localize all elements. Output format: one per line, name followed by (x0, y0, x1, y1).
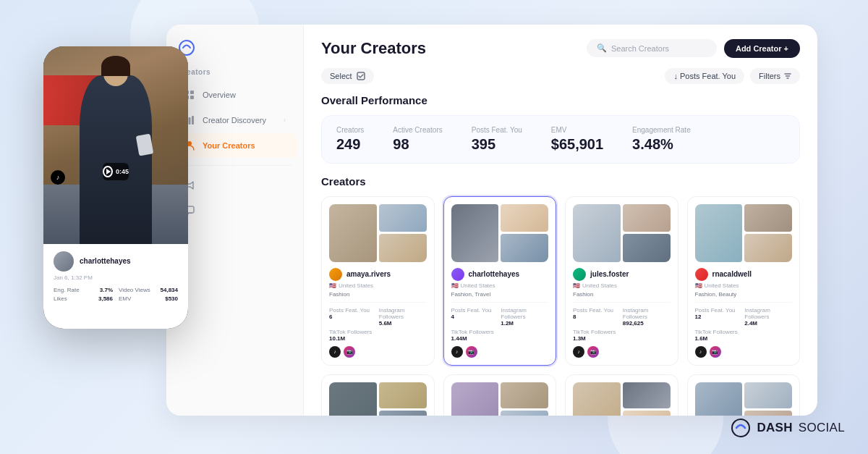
sidebar-your-creators-label: Your Creators (203, 141, 255, 150)
creator-tags-4: Fashion, Beauty (695, 291, 793, 298)
phone-play-button[interactable]: 0:45 (103, 163, 129, 180)
creator-avatar-3 (573, 268, 586, 281)
photo-cell-2a (451, 204, 499, 262)
creator-tags-2: Fashion, Travel (451, 291, 549, 298)
creator-stats-3: Posts Feat. You 8 Instagram Followers 89… (573, 302, 671, 342)
header-actions: 🔍 Search Creators Add Creator + (587, 39, 800, 58)
sidebar-item-creator-discovery[interactable]: Creator Discovery › (172, 108, 297, 133)
play-triangle-icon (106, 169, 111, 175)
photo-cell-3b (623, 204, 671, 232)
perf-posts-feat-value: 395 (472, 136, 522, 153)
bottom-collage-4 (695, 382, 793, 416)
photo-cell-2c (501, 234, 548, 262)
creator-avatar-1 (329, 268, 342, 281)
perf-emv: EMV $65,901 (551, 126, 603, 153)
creator-card-bottom-3[interactable] (565, 374, 678, 416)
tiktok-social-badge-3: ♪ (573, 346, 584, 358)
phone-username: charlottehayes (80, 257, 131, 265)
creator-card-amaya-rivers[interactable]: amaya.rivers 🇺🇸 United States Fashion Po… (321, 196, 435, 366)
perf-creators-label: Creators (336, 126, 364, 134)
bottom-collage-2 (451, 382, 549, 416)
sidebar-item-your-creators[interactable]: Your Creators (172, 133, 297, 158)
creator-avatar-4 (695, 268, 708, 281)
creator-avatar-2 (451, 268, 464, 281)
select-button[interactable]: Select (321, 68, 374, 84)
creator-tags-1: Fashion (329, 291, 427, 298)
eng-rate-value: 3.7% (100, 287, 113, 293)
creator-name-3: jules.foster (590, 270, 629, 278)
emv-value: $530 (165, 295, 178, 302)
flag-icon-3: 🇺🇸 (573, 282, 580, 289)
toolbar-right: ↓ Posts Feat. You Filters (665, 68, 800, 84)
perf-active-creators-value: 98 (393, 136, 442, 153)
play-circle-icon (103, 166, 113, 177)
creator-name-1: amaya.rivers (346, 270, 391, 278)
instagram-social-badge-4: 📷 (710, 346, 721, 358)
svg-rect-3 (190, 91, 194, 94)
bottom-photo-1a (329, 382, 377, 416)
creator-name-4: rnacaldwell (712, 270, 752, 278)
posts-feat-stat-4: Posts Feat. You 12 (695, 307, 743, 327)
instagram-social-badge-2: 📷 (466, 346, 477, 358)
creator-card-bottom-1[interactable] (321, 374, 435, 416)
search-bar[interactable]: 🔍 Search Creators (587, 39, 717, 57)
bottom-photo-4b (744, 382, 792, 408)
creator-card-bottom-4[interactable] (687, 374, 801, 416)
ig-followers-stat-1: Instagram Followers 5.6M (379, 307, 427, 327)
phone-stat-eng-rate: Eng. Rate 3.7% (54, 287, 113, 293)
tt-followers-stat-2: TikTok Followers 1.44M (451, 329, 499, 342)
bottom-creator-cards (321, 374, 800, 416)
flag-icon-1: 🇺🇸 (329, 282, 336, 289)
creator-location-4: 🇺🇸 United States (695, 282, 793, 289)
sidebar-item-overview[interactable]: Overview (172, 83, 297, 107)
video-views-value: 54,834 (161, 287, 178, 293)
creator-tags-3: Fashion (573, 291, 671, 298)
main-content: Your Creators 🔍 Search Creators Add Crea… (304, 25, 817, 416)
tiktok-social-badge-2: ♪ (451, 346, 463, 358)
creator-card-bottom-2[interactable] (443, 374, 557, 416)
photo-collage-4 (695, 204, 793, 262)
page-title: Your Creators (321, 39, 426, 58)
creator-card-charlottehayes[interactable]: charlottehayes 🇺🇸 United States Fashion,… (443, 196, 557, 366)
performance-card: Creators 249 Active Creators 98 Posts Fe… (321, 115, 800, 164)
posts-feat-stat-1: Posts Feat. You 6 (329, 307, 377, 327)
perf-eng-rate-value: 3.48% (632, 136, 691, 153)
filters-button[interactable]: Filters (750, 68, 800, 84)
tiktok-social-badge-1: ♪ (329, 346, 341, 358)
video-views-label: Video Views (119, 287, 150, 293)
content-header: Your Creators 🔍 Search Creators Add Crea… (321, 39, 800, 58)
likes-value: 3,586 (98, 295, 113, 302)
creator-card-rnacaldwell[interactable]: rnacaldwell 🇺🇸 United States Fashion, Be… (687, 196, 801, 366)
svg-rect-8 (192, 116, 194, 125)
perf-emv-value: $65,901 (551, 136, 603, 153)
phone-mockup: ♪ 0:45 charlottehayes Jan 6, 1:32 PM Eng… (43, 46, 188, 329)
perf-creators: Creators 249 (336, 126, 364, 153)
phone-image: ♪ 0:45 (43, 46, 188, 244)
instagram-social-badge-1: 📷 (344, 346, 355, 358)
tt-followers-stat-3: TikTok Followers 1.3M (573, 329, 621, 342)
dashboard: Creators Overview (166, 25, 817, 416)
photo-cell-4c (744, 234, 792, 262)
phone-stat-emv: EMV $530 (119, 295, 178, 302)
creator-socials-2: ♪ 📷 (451, 346, 549, 358)
sidebar-item-extra1[interactable] (172, 173, 297, 198)
perf-eng-rate-label: Engagement Rate (632, 126, 691, 134)
sidebar-overview-label: Overview (203, 91, 236, 99)
posts-feat-you-button[interactable]: ↓ Posts Feat. You (665, 68, 744, 84)
photo-cell-1c (379, 234, 427, 262)
phone-stat-video-views: Video Views 54,834 (119, 287, 178, 293)
phone-user-row: charlottehayes (54, 251, 178, 272)
photo-collage-2 (451, 204, 549, 262)
creator-card-jules-foster[interactable]: jules.foster 🇺🇸 United States Fashion Po… (565, 196, 678, 366)
perf-active-creators: Active Creators 98 (393, 126, 442, 153)
photo-cell-3c (623, 234, 671, 262)
creator-socials-3: ♪ 📷 (573, 346, 671, 358)
sidebar-item-extra2[interactable] (172, 198, 297, 223)
perf-emv-label: EMV (551, 126, 603, 134)
perf-active-creators-label: Active Creators (393, 126, 442, 134)
bottom-photo-2a (451, 382, 499, 416)
posts-feat-stat-2: Posts Feat. You 4 (451, 307, 499, 327)
photo-cell-4b (744, 204, 792, 232)
photo-cell-1b (379, 204, 427, 232)
add-creator-button[interactable]: Add Creator + (724, 39, 800, 58)
